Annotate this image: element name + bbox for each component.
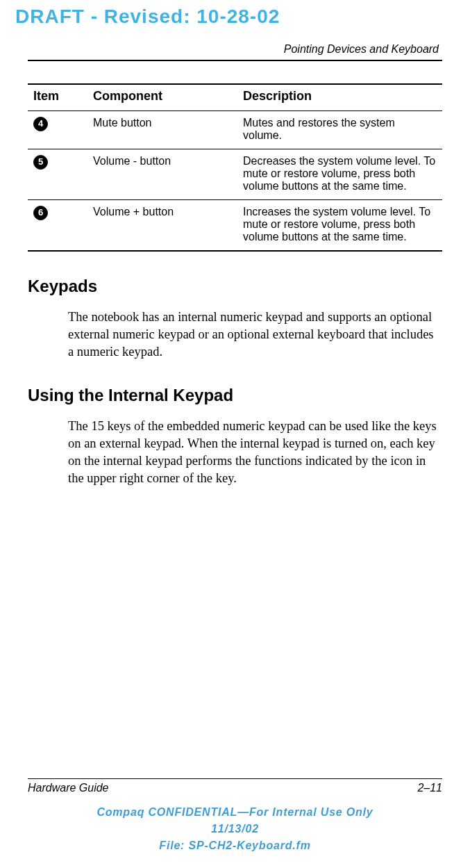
footer-guide: Hardware Guide — [28, 782, 109, 794]
footer-line: Hardware Guide 2–11 — [28, 782, 442, 794]
component-table: Item Component Description 4 Mute button… — [28, 83, 442, 252]
paragraph-keypads: The notebook has an internal numeric key… — [68, 309, 439, 361]
cell-description: Mutes and restores the system volume. — [237, 111, 442, 149]
confidential-line: Compaq CONFIDENTIAL—For Internal Use Onl… — [28, 804, 442, 821]
th-item: Item — [28, 84, 87, 111]
cell-description: Increases the system volume level. To mu… — [237, 200, 442, 252]
item-number-icon: 5 — [33, 155, 48, 170]
header-rule — [28, 60, 442, 61]
table-header-row: Item Component Description — [28, 84, 442, 111]
cell-item: 5 — [28, 149, 87, 200]
th-description: Description — [237, 84, 442, 111]
content: Item Component Description 4 Mute button… — [28, 83, 442, 487]
chapter-title: Pointing Devices and Keyboard — [28, 35, 442, 60]
header-area: Pointing Devices and Keyboard — [28, 35, 442, 61]
heading-keypads: Keypads — [28, 277, 442, 296]
cell-description: Decreases the system volume level. To mu… — [237, 149, 442, 200]
confidential-file: File: SP-CH2-Keyboard.fm — [28, 837, 442, 854]
footer-page: 2–11 — [417, 782, 442, 794]
cell-item: 4 — [28, 111, 87, 149]
table-row: 4 Mute button Mutes and restores the sys… — [28, 111, 442, 149]
table-row: 5 Volume - button Decreases the system v… — [28, 149, 442, 200]
cell-component: Volume + button — [87, 200, 237, 252]
item-number-icon: 6 — [33, 206, 48, 220]
table-row: 6 Volume + button Increases the system v… — [28, 200, 442, 252]
item-number-icon: 4 — [33, 117, 48, 131]
footer-rule — [28, 778, 442, 779]
cell-component: Volume - button — [87, 149, 237, 200]
cell-component: Mute button — [87, 111, 237, 149]
paragraph-using-internal-keypad: The 15 keys of the embedded numeric keyp… — [68, 418, 439, 487]
footer: Hardware Guide 2–11 Compaq CONFIDENTIAL—… — [28, 778, 442, 854]
confidential-date: 11/13/02 — [28, 821, 442, 837]
cell-item: 6 — [28, 200, 87, 252]
heading-using-internal-keypad: Using the Internal Keypad — [28, 386, 442, 405]
confidential-block: Compaq CONFIDENTIAL—For Internal Use Onl… — [28, 804, 442, 854]
th-component: Component — [87, 84, 237, 111]
draft-banner: DRAFT - Revised: 10-28-02 — [0, 0, 470, 35]
